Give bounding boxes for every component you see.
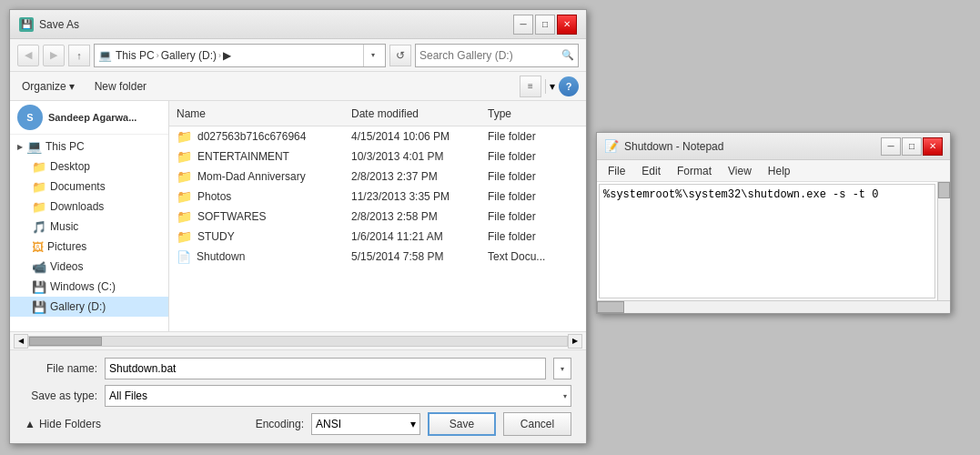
table-row[interactable]: 📁 Photos 11/23/2013 3:35 PM File folder bbox=[169, 187, 586, 207]
table-row[interactable]: 📁 STUDY 1/6/2014 11:21 AM File folder bbox=[169, 227, 586, 247]
hide-folders-arrow: ▲ bbox=[25, 418, 35, 430]
file-name-cell: 📁 Mom-Dad Anniversary bbox=[177, 169, 351, 184]
notepad-maximize-button[interactable]: □ bbox=[902, 137, 922, 156]
file-date: 11/23/2013 3:35 PM bbox=[351, 190, 488, 203]
address-right-arrow: ▶ bbox=[223, 49, 231, 62]
file-name: SOFTWARES bbox=[197, 210, 267, 223]
filename-row: File name: ▾ bbox=[25, 358, 571, 379]
col-type-header[interactable]: Type bbox=[488, 107, 579, 120]
sidebar-item-gallery-d[interactable]: 💾 Gallery (D:) bbox=[10, 297, 168, 317]
col-name-header[interactable]: Name bbox=[177, 107, 351, 120]
notepad-menu: File Edit Format View Help bbox=[597, 160, 950, 182]
table-row[interactable]: 📁 ENTERTAINMENT 10/3/2013 4:01 PM File f… bbox=[169, 147, 586, 167]
folder-icon: 📁 bbox=[177, 189, 192, 204]
menu-file[interactable]: File bbox=[601, 163, 632, 179]
folder-icon: 📁 bbox=[177, 149, 192, 164]
view-button[interactable]: ≡ bbox=[520, 76, 541, 97]
col-date-header[interactable]: Date modified bbox=[351, 107, 488, 120]
menu-format[interactable]: Format bbox=[670, 163, 719, 179]
savetype-select[interactable]: All Files ▾ bbox=[105, 385, 571, 407]
thispc-label: This PC bbox=[45, 140, 85, 153]
notepad-titlebar: 📝 Shutdown - Notepad ─ □ ✕ bbox=[597, 133, 950, 160]
sidebar-item-desktop[interactable]: 📁 Desktop bbox=[10, 157, 168, 177]
h-scrollbar[interactable] bbox=[28, 336, 568, 347]
view-dropdown[interactable]: ▾ bbox=[550, 80, 555, 93]
file-date: 4/15/2014 10:06 PM bbox=[351, 130, 488, 143]
notepad-close-button[interactable]: ✕ bbox=[923, 137, 943, 156]
file-name-cell: 📁 Photos bbox=[177, 189, 351, 204]
close-button[interactable]: ✕ bbox=[557, 15, 577, 35]
organize-button[interactable]: Organize ▾ bbox=[17, 77, 79, 96]
filename-input[interactable] bbox=[105, 358, 546, 379]
doc-icon: 📄 bbox=[177, 250, 191, 264]
organize-arrow: ▾ bbox=[69, 80, 75, 93]
documents-label: Documents bbox=[50, 180, 106, 193]
minimize-button[interactable]: ─ bbox=[513, 15, 533, 35]
notepad-text: %systemroot%\system32\shutdown.exe -s -t… bbox=[603, 188, 878, 201]
new-folder-button[interactable]: New folder bbox=[90, 77, 151, 96]
drive-icon: 💾 bbox=[32, 280, 46, 294]
pc-icon: 💻 bbox=[26, 139, 42, 154]
cancel-button[interactable]: Cancel bbox=[503, 412, 571, 436]
videos-icon: 📹 bbox=[32, 260, 46, 274]
filename-dropdown[interactable]: ▾ bbox=[553, 358, 571, 379]
file-type: File folder bbox=[488, 230, 579, 243]
titlebar-controls: ─ □ ✕ bbox=[513, 15, 577, 35]
encoding-arrow: ▾ bbox=[410, 418, 416, 430]
up-button[interactable]: ↑ bbox=[68, 45, 90, 66]
menu-edit[interactable]: Edit bbox=[634, 163, 668, 179]
savetype-arrow: ▾ bbox=[563, 392, 567, 400]
form-actions: ▲ Hide Folders Encoding: ANSI ▾ Save Can… bbox=[25, 412, 571, 436]
encoding-select[interactable]: ANSI ▾ bbox=[311, 413, 420, 435]
file-name: Shutdown bbox=[197, 250, 245, 263]
address-pc-icon: 💻 bbox=[98, 49, 112, 62]
bottom-form: File name: ▾ Save as type: All Files ▾ ▲… bbox=[10, 349, 586, 443]
address-drive: Gallery (D:) bbox=[161, 49, 217, 62]
forward-button[interactable]: ▶ bbox=[43, 45, 65, 66]
save-button[interactable]: Save bbox=[428, 412, 496, 436]
sidebar-item-music[interactable]: 🎵 Music bbox=[10, 217, 168, 237]
music-label: Music bbox=[50, 220, 78, 233]
sidebar-item-pictures[interactable]: 🖼 Pictures bbox=[10, 237, 168, 257]
file-name: STUDY bbox=[197, 230, 235, 243]
desktop-label: Desktop bbox=[50, 160, 90, 173]
nav-bar: ◀ ▶ ↑ 💻 This PC › Gallery (D:) › ▶ ▾ ↺ 🔍 bbox=[10, 39, 586, 72]
sidebar-item-documents[interactable]: 📁 Documents bbox=[10, 177, 168, 197]
notepad-hscrollbar[interactable] bbox=[597, 300, 950, 313]
notepad-content-area[interactable]: %systemroot%\system32\shutdown.exe -s -t… bbox=[599, 184, 935, 298]
address-dropdown-button[interactable]: ▾ bbox=[363, 45, 381, 66]
sidebar-item-downloads[interactable]: 📁 Downloads bbox=[10, 197, 168, 217]
h-scrollbar-thumb bbox=[29, 337, 102, 346]
table-row[interactable]: 📁 d027563b716c676964 4/15/2014 10:06 PM … bbox=[169, 126, 586, 147]
folder-icon: 📁 bbox=[177, 209, 192, 224]
notepad-window: 📝 Shutdown - Notepad ─ □ ✕ File Edit For… bbox=[596, 132, 951, 314]
maximize-button[interactable]: □ bbox=[535, 15, 555, 35]
savetype-label: Save as type: bbox=[25, 389, 97, 402]
scroll-area: ◀ ▶ bbox=[10, 331, 586, 349]
file-date: 10/3/2013 4:01 PM bbox=[351, 150, 488, 163]
refresh-button[interactable]: ↺ bbox=[389, 45, 411, 66]
scroll-right-arrow[interactable]: ▶ bbox=[568, 334, 582, 349]
table-row[interactable]: 📄 Shutdown 5/15/2014 7:58 PM Text Docu..… bbox=[169, 247, 586, 267]
search-box: 🔍 bbox=[415, 44, 579, 67]
help-button[interactable]: ? bbox=[559, 76, 579, 96]
expand-icon: ▶ bbox=[17, 143, 23, 151]
menu-help[interactable]: Help bbox=[761, 163, 798, 179]
notepad-minimize-button[interactable]: ─ bbox=[881, 137, 901, 156]
folder-icon: 📁 bbox=[32, 200, 46, 214]
menu-view[interactable]: View bbox=[721, 163, 759, 179]
savetype-row: Save as type: All Files ▾ bbox=[25, 385, 571, 407]
user-avatar: S bbox=[17, 105, 43, 130]
notepad-scrollbar[interactable] bbox=[937, 182, 950, 300]
table-row[interactable]: 📁 Mom-Dad Anniversary 2/8/2013 2:37 PM F… bbox=[169, 167, 586, 187]
toolbar: Organize ▾ New folder ≡ ▾ ? bbox=[10, 72, 586, 101]
sidebar-item-thispc[interactable]: ▶ 💻 This PC bbox=[10, 136, 168, 157]
sidebar-item-videos[interactable]: 📹 Videos bbox=[10, 257, 168, 277]
back-button[interactable]: ◀ bbox=[17, 45, 39, 66]
search-input[interactable] bbox=[419, 49, 561, 62]
scroll-left-arrow[interactable]: ◀ bbox=[14, 334, 28, 349]
table-row[interactable]: 📁 SOFTWARES 2/8/2013 2:58 PM File folder bbox=[169, 207, 586, 227]
sidebar-item-windows-c[interactable]: 💾 Windows (C:) bbox=[10, 277, 168, 297]
address-bar[interactable]: 💻 This PC › Gallery (D:) › ▶ ▾ bbox=[94, 44, 386, 67]
hide-folders-button[interactable]: ▲ Hide Folders bbox=[25, 418, 101, 430]
